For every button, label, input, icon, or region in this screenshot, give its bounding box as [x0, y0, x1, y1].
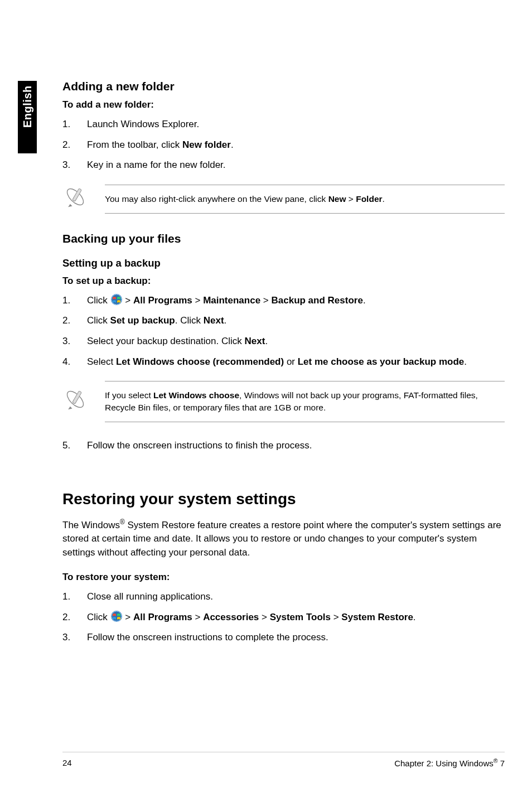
bold: Set up backup [110, 315, 175, 326]
bold: Maintenance [203, 295, 260, 306]
steps-restore: Close all running applications. Click > … [62, 590, 505, 645]
text: > [192, 612, 203, 622]
bold: System Tools [270, 612, 331, 622]
text: If you select [105, 390, 153, 400]
bold: Backup and Restore [271, 295, 362, 306]
pencil-icon [62, 185, 88, 214]
text: or [284, 356, 298, 367]
bold: All Programs [133, 295, 192, 306]
text: Click [87, 315, 110, 326]
text: You may also right-click anywhere on the… [105, 194, 328, 204]
bold: Let me choose as your backup mode [298, 356, 465, 367]
bold: New [328, 194, 346, 204]
subheading-setup-backup: Setting up a backup [62, 256, 505, 271]
text: From the toolbar, click [87, 139, 182, 150]
text: . [464, 356, 467, 367]
intro-restore: To restore your system: [62, 571, 505, 584]
text: > [123, 295, 133, 306]
restoring-paragraph: The Windows® System Restore feature crea… [62, 518, 505, 560]
note-windows-choose: If you select Let Windows choose, Window… [62, 381, 505, 422]
text: . [265, 336, 268, 346]
text: The Windows [62, 519, 120, 530]
step: Click > All Programs > Maintenance > Bac… [62, 294, 505, 308]
text: Click [87, 612, 110, 622]
page-number: 24 [62, 757, 72, 770]
step: Key in a name for the new folder. [62, 158, 505, 172]
heading-backup: Backing up your files [62, 230, 505, 247]
note-text: If you select Let Windows choose, Window… [105, 381, 505, 422]
note-text: You may also right-click anywhere on the… [105, 185, 505, 214]
intro-add-folder: To add a new folder: [62, 98, 505, 112]
text: . [224, 315, 227, 326]
step: Select your backup destination. Click Ne… [62, 335, 505, 349]
text: System Restore feature creates a restore… [62, 519, 501, 557]
text: . [413, 612, 416, 622]
bold: Let Windows choose (recommended) [116, 356, 284, 367]
heading-restoring: Restoring your system settings [62, 488, 505, 511]
text: . Click [175, 315, 204, 326]
text: > [260, 295, 271, 306]
text: > [259, 612, 269, 622]
text: > [123, 612, 133, 622]
bold: Accessories [203, 612, 259, 622]
note-right-click: You may also right-click anywhere on the… [62, 185, 505, 214]
text: > [346, 194, 356, 204]
bold: Next [245, 336, 265, 346]
step: Follow the onscreen instructions to fini… [62, 439, 505, 453]
bold: Let Windows choose [153, 390, 239, 400]
text: Select [87, 356, 116, 367]
text: Select your backup destination. Click [87, 336, 245, 346]
language-tab: English [18, 81, 37, 153]
bold: Next [204, 315, 224, 326]
chapter-label: Chapter 2: Using Windows® 7 [394, 757, 505, 770]
steps-add-folder: Launch Windows Explorer. From the toolba… [62, 118, 505, 172]
text: . [383, 194, 385, 204]
step: Click > All Programs > Accessories > Sys… [62, 611, 505, 625]
intro-setup-backup: To set up a backup: [62, 274, 505, 288]
text: . [363, 295, 366, 306]
page-footer: 24 Chapter 2: Using Windows® 7 [62, 752, 505, 770]
text: . [231, 139, 234, 150]
steps-backup: Click > All Programs > Maintenance > Bac… [62, 294, 505, 369]
windows-orb-icon [110, 610, 123, 622]
page-content: Adding a new folder To add a new folder:… [62, 78, 505, 656]
svg-marker-7 [68, 407, 72, 410]
text: > [192, 295, 203, 306]
step: Select Let Windows choose (recommended) … [62, 355, 505, 369]
bold: All Programs [133, 612, 192, 622]
text: Click [87, 295, 110, 306]
text: 7 [497, 758, 505, 768]
bold: New folder [182, 139, 231, 150]
bold: Folder [356, 194, 382, 204]
text: > [331, 612, 341, 622]
step: Follow the onscreen instructions to comp… [62, 631, 505, 645]
pencil-icon [62, 387, 88, 416]
step: Launch Windows Explorer. [62, 118, 505, 132]
svg-marker-2 [68, 204, 72, 207]
windows-orb-icon [110, 293, 123, 306]
step: From the toolbar, click New folder. [62, 138, 505, 152]
step: Click Set up backup. Click Next. [62, 314, 505, 328]
step: Close all running applications. [62, 590, 505, 604]
bold: System Restore [341, 612, 413, 622]
heading-adding-folder: Adding a new folder [62, 78, 505, 95]
text: Chapter 2: Using Windows [394, 758, 494, 768]
steps-backup-cont: Follow the onscreen instructions to fini… [62, 439, 505, 453]
registered-mark: ® [120, 518, 125, 526]
